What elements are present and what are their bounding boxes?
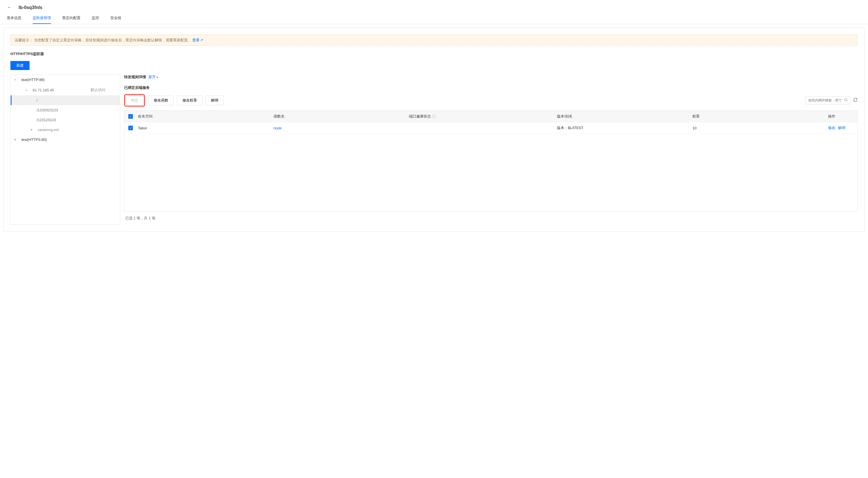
tabs-bar: 基本信息 监听器管理 重定向配置 监控 安全组 <box>0 13 868 24</box>
expand-link[interactable]: 展开 ▾ <box>148 75 158 79</box>
cell-version: 版本：$LATEST <box>557 126 693 131</box>
listener-section-title: HTTP/HTTPS监听器 <box>10 52 858 57</box>
search-input[interactable] <box>805 97 850 104</box>
tab-basic-info[interactable]: 基本信息 <box>7 13 21 24</box>
refresh-icon[interactable] <box>853 98 858 103</box>
selection-status: 已选 1 项，共 1 项 <box>124 212 858 225</box>
tip-link[interactable]: 查看 <box>192 38 199 42</box>
unbind-button[interactable]: 解绑 <box>206 96 224 105</box>
select-all-checkbox[interactable]: ✓ <box>128 114 133 118</box>
page-title: lb-0sq3fnls <box>19 5 42 10</box>
tree-root-label: test(HTTPS:80) <box>21 137 47 142</box>
default-access-tag: 默认访问 <box>91 88 105 93</box>
tree-path-2[interactable]: /123123123 <box>11 115 120 125</box>
tree-add-row[interactable]: canemng.ent <box>11 125 120 135</box>
tree-root-teat[interactable]: teat(HTTP:88) <box>11 75 120 84</box>
info-icon[interactable]: i <box>432 114 436 118</box>
tree-root-label: teat(HTTP:88) <box>21 78 44 82</box>
table-header-row: ✓ 命名空间 函数名 端口健康状态 i 版本/别名 权重 操作 <box>124 111 857 122</box>
row-modify-link[interactable]: 修改 <box>828 126 835 131</box>
external-link-icon: ↗ <box>200 38 203 42</box>
row-unbind-link[interactable]: 解绑 <box>838 126 845 131</box>
tree-add-label: canemng.ent <box>38 128 59 132</box>
function-name-link[interactable]: node <box>274 126 282 130</box>
tab-listener-mgmt[interactable]: 监听器管理 <box>33 13 51 24</box>
col-weight: 权重 <box>692 114 828 119</box>
col-health-status: 端口健康状态 i <box>409 114 557 119</box>
tip-banner: 温馨提示： 当您配置了自定义重定向策略，原转发规则进行修改后，重定向策略会默认解… <box>10 35 858 46</box>
tree-path-label: /1233323123 <box>37 108 58 112</box>
add-icon[interactable] <box>30 128 35 132</box>
tree-ip-label: 81.71.145.45 <box>33 88 54 92</box>
chevron-down-icon: ▾ <box>156 76 158 79</box>
col-namespace: 命名空间 <box>138 114 274 119</box>
tree-path-1[interactable]: /1233323123 <box>11 105 120 115</box>
tab-security-group[interactable]: 安全组 <box>110 13 121 24</box>
create-button[interactable]: 新建 <box>10 61 30 70</box>
collapse-icon[interactable] <box>25 88 30 92</box>
tree-root-test[interactable]: test(HTTPS:80) <box>11 135 120 144</box>
table-row: ✓ Tabor node 版本：$LATEST 10 修改 解绑 <box>124 122 857 134</box>
tip-text: 当您配置了自定义重定向策略，原转发规则进行修改后，重定向策略会默认解除，需要重新… <box>34 38 191 42</box>
cell-namespace: Tabor <box>138 126 274 130</box>
collapse-icon[interactable] <box>14 78 19 82</box>
tree-path-label: / <box>37 98 38 102</box>
tab-redirect-config[interactable]: 重定向配置 <box>62 13 81 24</box>
tree-path-root[interactable]: / <box>11 95 120 105</box>
tree-path-label: /123123123 <box>37 118 56 122</box>
col-function-name: 函数名 <box>274 114 409 119</box>
tab-monitor[interactable]: 监控 <box>92 13 99 24</box>
bind-button[interactable]: 绑定 <box>126 96 144 105</box>
col-version: 版本/别名 <box>557 114 693 119</box>
cell-weight: 10 <box>692 126 828 130</box>
tree-ip-row[interactable]: 81.71.145.45 默认访问 <box>11 84 120 95</box>
rule-detail-title: 转发规则详情 <box>124 75 146 79</box>
tip-prefix: 温馨提示： <box>14 38 33 42</box>
highlight-annotation: 绑定 <box>124 94 145 107</box>
listener-tree: teat(HTTP:88) 81.71.145.45 默认访问 / /12333… <box>10 74 120 225</box>
col-operation: 操作 <box>828 114 854 119</box>
modify-weight-button[interactable]: 修改权重 <box>177 96 203 105</box>
expand-icon[interactable] <box>14 137 19 142</box>
bound-backend-title: 已绑定后端服务 <box>124 85 858 90</box>
row-checkbox[interactable]: ✓ <box>128 126 133 130</box>
modify-function-button[interactable]: 修改函数 <box>148 96 174 105</box>
back-arrow-icon[interactable]: ← <box>7 4 12 10</box>
